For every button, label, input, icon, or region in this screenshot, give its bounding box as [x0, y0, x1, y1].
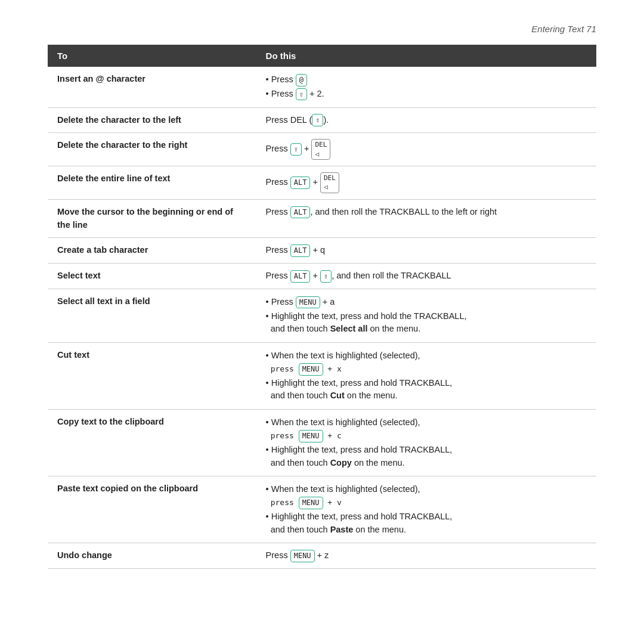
row-to-move-cursor: Move the cursor to the beginning or end …	[48, 199, 256, 238]
row-do-copy: When the text is highlighted (selected),…	[256, 410, 596, 476]
page-header: Entering Text 71	[48, 24, 596, 34]
row-to-copy: Copy text to the clipboard	[48, 410, 256, 476]
table-header-row: To Do this	[48, 45, 596, 67]
key-alt3: ALT	[290, 244, 311, 257]
row-do-undo: Press MENU + z	[256, 543, 596, 569]
col-do-header: Do this	[256, 45, 596, 67]
table-row: Paste text copied on the clipboard When …	[48, 476, 596, 543]
row-to-delete-left: Delete the character to the left	[48, 107, 256, 133]
key-menu: MENU	[296, 296, 320, 309]
key-alt: ALT	[290, 177, 311, 189]
row-to-undo: Undo change	[48, 543, 256, 569]
row-do-delete-left: Press DEL (⇧).	[256, 107, 596, 133]
row-to-select-all: Select all text in a field	[48, 289, 256, 342]
row-do-paste: When the text is highlighted (selected),…	[256, 476, 596, 543]
table-row: Undo change Press MENU + z	[48, 543, 596, 569]
col-to-header: To	[48, 45, 256, 67]
row-do-move-cursor: Press ALT, and then roll the TRACKBALL t…	[256, 199, 596, 238]
key-shift: ⇧	[296, 88, 307, 101]
row-do-insert-at: Press @ Press ⇧ + 2.	[256, 67, 596, 107]
table-row: Create a tab character Press ALT + q	[48, 238, 596, 264]
table-row: Cut text When the text is highlighted (s…	[48, 343, 596, 410]
row-do-delete-line: Press ALT + DEL◁	[256, 166, 596, 200]
key-del: DEL◁	[311, 139, 330, 160]
key-shift3: ⇧	[320, 270, 332, 283]
table-row: Move the cursor to the beginning or end …	[48, 199, 596, 238]
key-shift2: ⇧	[290, 143, 302, 156]
row-do-select-text: Press ALT + ⇧, and then roll the TRACKBA…	[256, 264, 596, 289]
key-menu5: MENU	[290, 550, 315, 562]
table-row: Delete the entire line of text Press ALT…	[48, 166, 596, 200]
row-to-insert-at: Insert an @ character	[48, 67, 256, 107]
row-to-delete-line: Delete the entire line of text	[48, 166, 256, 200]
key-menu2: MENU	[299, 363, 323, 376]
row-to-select-text: Select text	[48, 264, 256, 289]
row-to-paste: Paste text copied on the clipboard	[48, 476, 256, 543]
row-to-create-tab: Create a tab character	[48, 238, 256, 264]
row-to-delete-right: Delete the character to the right	[48, 133, 256, 166]
table-row: Insert an @ character Press @ Press ⇧ + …	[48, 67, 596, 107]
table-row: Select text Press ALT + ⇧, and then roll…	[48, 264, 596, 289]
main-table: To Do this Insert an @ character Press @…	[48, 45, 596, 569]
page-container: Entering Text 71 To Do this Insert an @ …	[0, 0, 644, 644]
row-do-cut: When the text is highlighted (selected),…	[256, 343, 596, 410]
key-alt2: ALT	[290, 206, 311, 219]
table-row: Copy text to the clipboard When the text…	[48, 410, 596, 476]
key-shift-del: ⇧	[312, 114, 323, 126]
key-menu3: MENU	[299, 430, 323, 442]
row-do-create-tab: Press ALT + q	[256, 238, 596, 264]
key-menu4: MENU	[299, 497, 323, 509]
row-do-delete-right: Press ⇧ + DEL◁	[256, 133, 596, 166]
row-to-cut: Cut text	[48, 343, 256, 410]
table-row: Delete the character to the left Press D…	[48, 107, 596, 133]
key-alt4: ALT	[290, 270, 311, 283]
key-del2: DEL◁	[320, 172, 339, 193]
key-at: @	[296, 74, 307, 86]
row-do-select-all: Press MENU + a Highlight the text, press…	[256, 289, 596, 342]
table-row: Delete the character to the right Press …	[48, 133, 596, 166]
table-row: Select all text in a field Press MENU + …	[48, 289, 596, 342]
page-title-text: Entering Text 71	[531, 24, 596, 34]
